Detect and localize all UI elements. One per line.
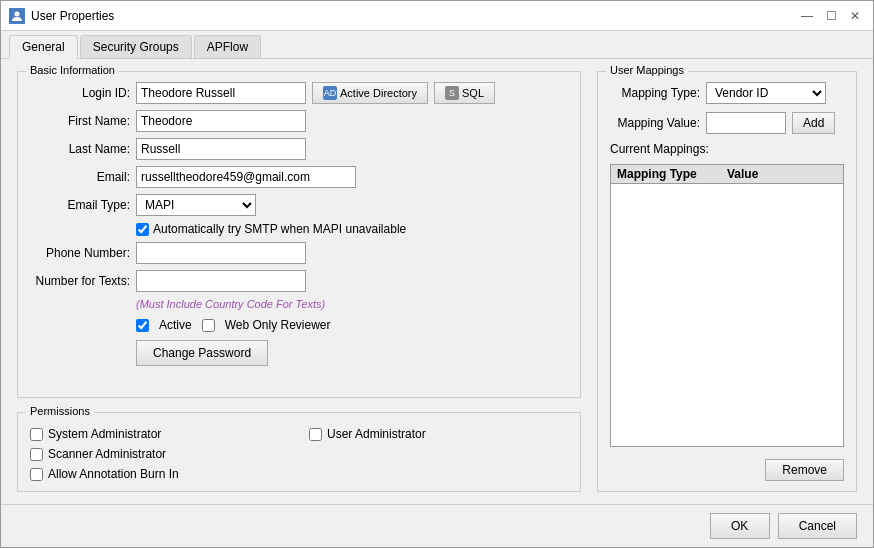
tab-bar: General Security Groups APFlow xyxy=(1,31,873,59)
svg-point-1 xyxy=(15,11,20,16)
web-only-checkbox[interactable] xyxy=(202,319,215,332)
sql-icon: S xyxy=(445,86,459,100)
perm-annotation: Allow Annotation Burn In xyxy=(30,467,289,481)
smtp-checkbox[interactable] xyxy=(136,223,149,236)
web-only-label: Web Only Reviewer xyxy=(225,318,331,332)
system-admin-checkbox[interactable] xyxy=(30,428,43,441)
active-directory-button[interactable]: AD Active Directory xyxy=(312,82,428,104)
annotation-burn-checkbox[interactable] xyxy=(30,468,43,481)
ad-icon: AD xyxy=(323,86,337,100)
scanner-admin-checkbox[interactable] xyxy=(30,448,43,461)
phone-row: Phone Number: xyxy=(30,242,568,264)
ok-button[interactable]: OK xyxy=(710,513,770,539)
perm-empty xyxy=(309,447,568,461)
last-name-row: Last Name: xyxy=(30,138,568,160)
mappings-table-header: Mapping Type Value xyxy=(611,165,843,184)
email-type-select[interactable]: MAPI SMTP xyxy=(136,194,256,216)
mapping-value-input[interactable] xyxy=(706,112,786,134)
email-type-row: Email Type: MAPI SMTP xyxy=(30,194,568,216)
window-icon xyxy=(9,8,25,24)
mapping-value-label: Mapping Value: xyxy=(610,116,700,130)
country-note: (Must Include Country Code For Texts) xyxy=(136,298,568,310)
email-input[interactable] xyxy=(136,166,356,188)
smtp-label: Automatically try SMTP when MAPI unavail… xyxy=(153,222,406,236)
tab-security-groups[interactable]: Security Groups xyxy=(80,35,192,58)
user-admin-label: User Administrator xyxy=(327,427,426,441)
remove-btn-container: Remove xyxy=(610,453,844,481)
mapping-type-select[interactable]: Vendor ID Customer ID Employee ID xyxy=(706,82,826,104)
mapping-value-row: Mapping Value: Add xyxy=(610,112,844,134)
mapping-type-row: Mapping Type: Vendor ID Customer ID Empl… xyxy=(610,82,844,104)
mappings-table-body xyxy=(611,184,843,443)
login-id-input[interactable] xyxy=(136,82,306,104)
mapping-type-label: Mapping Type: xyxy=(610,86,700,100)
maximize-button[interactable]: ☐ xyxy=(821,6,841,26)
mappings-table: Mapping Type Value xyxy=(610,164,844,447)
user-mappings-title: User Mappings xyxy=(606,64,688,76)
smtp-checkbox-row: Automatically try SMTP when MAPI unavail… xyxy=(136,222,568,236)
bottom-bar: OK Cancel xyxy=(1,504,873,547)
email-label: Email: xyxy=(30,170,130,184)
login-id-input-group: AD Active Directory S SQL xyxy=(136,82,495,104)
titlebar-controls: — ☐ ✕ xyxy=(797,6,865,26)
close-button[interactable]: ✕ xyxy=(845,6,865,26)
current-mappings-label: Current Mappings: xyxy=(610,142,844,156)
last-name-label: Last Name: xyxy=(30,142,130,156)
login-id-label: Login ID: xyxy=(30,86,130,100)
scanner-admin-label: Scanner Administrator xyxy=(48,447,166,461)
active-label: Active xyxy=(159,318,192,332)
perm-scanner-admin: Scanner Administrator xyxy=(30,447,289,461)
texts-input[interactable] xyxy=(136,270,306,292)
main-row: Basic Information Login ID: AD Active Di… xyxy=(17,71,857,492)
user-admin-checkbox[interactable] xyxy=(309,428,322,441)
minimize-button[interactable]: — xyxy=(797,6,817,26)
sql-button[interactable]: S SQL xyxy=(434,82,495,104)
email-type-label: Email Type: xyxy=(30,198,130,212)
texts-row: Number for Texts: xyxy=(30,270,568,292)
basic-info-section: Basic Information Login ID: AD Active Di… xyxy=(17,71,581,398)
phone-label: Phone Number: xyxy=(30,246,130,260)
titlebar-left: User Properties xyxy=(9,8,114,24)
remove-mapping-button[interactable]: Remove xyxy=(765,459,844,481)
active-checkbox[interactable] xyxy=(136,319,149,332)
window-title: User Properties xyxy=(31,9,114,23)
tab-content: Basic Information Login ID: AD Active Di… xyxy=(1,59,873,504)
perm-user-admin: User Administrator xyxy=(309,427,568,441)
basic-info-title: Basic Information xyxy=(26,64,119,76)
first-name-row: First Name: xyxy=(30,110,568,132)
email-row: Email: xyxy=(30,166,568,188)
tab-apflow[interactable]: APFlow xyxy=(194,35,261,58)
tab-general[interactable]: General xyxy=(9,35,78,59)
perm-system-admin: System Administrator xyxy=(30,427,289,441)
system-admin-label: System Administrator xyxy=(48,427,161,441)
permissions-title: Permissions xyxy=(26,405,94,417)
annotation-burn-label: Allow Annotation Burn In xyxy=(48,467,179,481)
first-name-label: First Name: xyxy=(30,114,130,128)
texts-label: Number for Texts: xyxy=(30,274,130,288)
user-properties-window: User Properties — ☐ ✕ General Security G… xyxy=(0,0,874,548)
login-id-row: Login ID: AD Active Directory S SQL xyxy=(30,82,568,104)
add-mapping-button[interactable]: Add xyxy=(792,112,835,134)
permissions-grid: System Administrator User Administrator … xyxy=(30,427,568,481)
first-name-input[interactable] xyxy=(136,110,306,132)
last-name-input[interactable] xyxy=(136,138,306,160)
phone-input[interactable] xyxy=(136,242,306,264)
active-row: Active Web Only Reviewer xyxy=(136,318,568,332)
change-password-button[interactable]: Change Password xyxy=(136,340,268,366)
mapping-type-col-header: Mapping Type xyxy=(617,167,727,181)
user-mappings-section: User Mappings Mapping Type: Vendor ID Cu… xyxy=(597,71,857,492)
titlebar: User Properties — ☐ ✕ xyxy=(1,1,873,31)
permissions-section: Permissions System Administrator User Ad… xyxy=(17,412,581,492)
mapping-value-col-header: Value xyxy=(727,167,837,181)
cancel-button[interactable]: Cancel xyxy=(778,513,857,539)
